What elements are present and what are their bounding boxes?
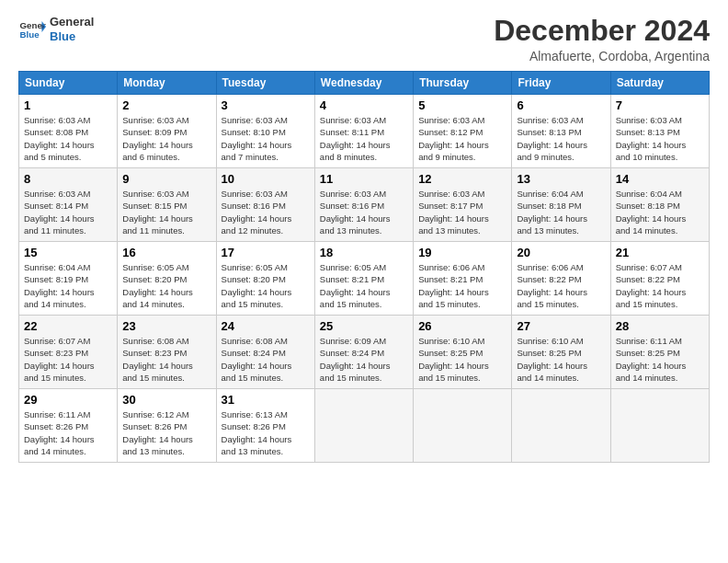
calendar-cell	[414, 389, 512, 463]
day-info: Sunrise: 6:03 AM Sunset: 8:11 PM Dayligh…	[320, 114, 408, 163]
calendar-cell: 6Sunrise: 6:03 AM Sunset: 8:13 PM Daylig…	[512, 95, 610, 168]
day-info: Sunrise: 6:04 AM Sunset: 8:18 PM Dayligh…	[616, 188, 704, 236]
day-number: 25	[320, 319, 408, 333]
calendar-cell: 20Sunrise: 6:06 AM Sunset: 8:22 PM Dayli…	[512, 242, 610, 316]
calendar-cell: 13Sunrise: 6:04 AM Sunset: 8:18 PM Dayli…	[512, 168, 610, 242]
calendar-week-row: 22Sunrise: 6:07 AM Sunset: 8:23 PM Dayli…	[19, 316, 710, 389]
day-number: 12	[418, 172, 506, 186]
calendar-table: SundayMondayTuesdayWednesdayThursdayFrid…	[18, 71, 710, 463]
calendar-cell: 27Sunrise: 6:10 AM Sunset: 8:25 PM Dayli…	[512, 316, 610, 389]
calendar-cell: 18Sunrise: 6:05 AM Sunset: 8:21 PM Dayli…	[314, 242, 413, 316]
day-number: 16	[122, 246, 210, 259]
day-info: Sunrise: 6:03 AM Sunset: 8:16 PM Dayligh…	[222, 188, 310, 236]
day-number: 7	[616, 98, 704, 112]
calendar-cell: 30Sunrise: 6:12 AM Sunset: 8:26 PM Dayli…	[118, 389, 216, 463]
day-number: 18	[320, 246, 408, 259]
calendar-cell: 22Sunrise: 6:07 AM Sunset: 8:23 PM Dayli…	[19, 316, 118, 389]
calendar-header-cell: Sunday	[19, 72, 118, 95]
day-number: 20	[517, 246, 605, 259]
page: General Blue General Blue December 2024 …	[0, 0, 728, 563]
day-info: Sunrise: 6:10 AM Sunset: 8:25 PM Dayligh…	[517, 335, 605, 384]
header: General Blue General Blue December 2024 …	[18, 15, 710, 63]
day-info: Sunrise: 6:10 AM Sunset: 8:25 PM Dayligh…	[418, 335, 506, 384]
calendar-header-cell: Tuesday	[216, 72, 314, 95]
day-info: Sunrise: 6:11 AM Sunset: 8:26 PM Dayligh…	[24, 408, 112, 457]
day-number: 23	[122, 319, 210, 333]
day-info: Sunrise: 6:03 AM Sunset: 8:09 PM Dayligh…	[122, 114, 210, 163]
day-info: Sunrise: 6:07 AM Sunset: 8:23 PM Dayligh…	[24, 335, 112, 384]
calendar-cell: 1Sunrise: 6:03 AM Sunset: 8:08 PM Daylig…	[19, 95, 118, 168]
day-number: 13	[517, 172, 605, 186]
day-number: 19	[418, 246, 506, 259]
month-title: December 2024	[494, 15, 710, 47]
calendar-week-row: 8Sunrise: 6:03 AM Sunset: 8:14 PM Daylig…	[19, 168, 710, 242]
calendar-header-cell: Saturday	[610, 72, 709, 95]
calendar-cell: 7Sunrise: 6:03 AM Sunset: 8:13 PM Daylig…	[610, 95, 709, 168]
day-info: Sunrise: 6:07 AM Sunset: 8:22 PM Dayligh…	[616, 261, 704, 310]
calendar-week-row: 15Sunrise: 6:04 AM Sunset: 8:19 PM Dayli…	[19, 242, 710, 316]
day-number: 22	[24, 319, 112, 333]
day-number: 15	[24, 246, 112, 259]
day-number: 2	[122, 98, 210, 112]
calendar-cell: 14Sunrise: 6:04 AM Sunset: 8:18 PM Dayli…	[610, 168, 709, 242]
day-number: 29	[24, 393, 112, 407]
day-info: Sunrise: 6:05 AM Sunset: 8:20 PM Dayligh…	[122, 261, 210, 310]
calendar-body: 1Sunrise: 6:03 AM Sunset: 8:08 PM Daylig…	[19, 95, 710, 463]
calendar-cell: 16Sunrise: 6:05 AM Sunset: 8:20 PM Dayli…	[118, 242, 216, 316]
day-info: Sunrise: 6:06 AM Sunset: 8:22 PM Dayligh…	[517, 261, 605, 310]
day-number: 14	[616, 172, 704, 186]
day-number: 6	[517, 98, 605, 112]
calendar-cell: 23Sunrise: 6:08 AM Sunset: 8:23 PM Dayli…	[118, 316, 216, 389]
logo-line2: Blue	[50, 29, 94, 44]
calendar-cell: 2Sunrise: 6:03 AM Sunset: 8:09 PM Daylig…	[118, 95, 216, 168]
calendar-cell: 15Sunrise: 6:04 AM Sunset: 8:19 PM Dayli…	[19, 242, 118, 316]
calendar-cell: 11Sunrise: 6:03 AM Sunset: 8:16 PM Dayli…	[314, 168, 413, 242]
location: Almafuerte, Cordoba, Argentina	[494, 49, 710, 63]
calendar-cell: 31Sunrise: 6:13 AM Sunset: 8:26 PM Dayli…	[216, 389, 314, 463]
calendar-cell: 8Sunrise: 6:03 AM Sunset: 8:14 PM Daylig…	[19, 168, 118, 242]
calendar-cell: 19Sunrise: 6:06 AM Sunset: 8:21 PM Dayli…	[414, 242, 512, 316]
calendar-cell: 25Sunrise: 6:09 AM Sunset: 8:24 PM Dayli…	[314, 316, 413, 389]
day-info: Sunrise: 6:04 AM Sunset: 8:18 PM Dayligh…	[517, 188, 605, 236]
calendar-cell: 26Sunrise: 6:10 AM Sunset: 8:25 PM Dayli…	[414, 316, 512, 389]
day-info: Sunrise: 6:03 AM Sunset: 8:15 PM Dayligh…	[122, 188, 210, 236]
day-info: Sunrise: 6:11 AM Sunset: 8:25 PM Dayligh…	[616, 335, 704, 384]
day-number: 21	[616, 246, 704, 259]
logo: General Blue General Blue	[18, 15, 94, 43]
day-info: Sunrise: 6:05 AM Sunset: 8:21 PM Dayligh…	[320, 261, 408, 310]
day-info: Sunrise: 6:03 AM Sunset: 8:13 PM Dayligh…	[616, 114, 704, 163]
day-info: Sunrise: 6:09 AM Sunset: 8:24 PM Dayligh…	[320, 335, 408, 384]
day-number: 31	[222, 393, 310, 407]
day-info: Sunrise: 6:06 AM Sunset: 8:21 PM Dayligh…	[418, 261, 506, 310]
day-info: Sunrise: 6:12 AM Sunset: 8:26 PM Dayligh…	[122, 408, 210, 457]
calendar-cell: 3Sunrise: 6:03 AM Sunset: 8:10 PM Daylig…	[216, 95, 314, 168]
day-info: Sunrise: 6:04 AM Sunset: 8:19 PM Dayligh…	[24, 261, 112, 310]
day-info: Sunrise: 6:03 AM Sunset: 8:10 PM Dayligh…	[222, 114, 310, 163]
calendar-cell	[610, 389, 709, 463]
day-number: 3	[222, 98, 310, 112]
day-info: Sunrise: 6:03 AM Sunset: 8:16 PM Dayligh…	[320, 188, 408, 236]
day-info: Sunrise: 6:03 AM Sunset: 8:13 PM Dayligh…	[517, 114, 605, 163]
day-info: Sunrise: 6:03 AM Sunset: 8:08 PM Dayligh…	[24, 114, 112, 163]
calendar-cell: 17Sunrise: 6:05 AM Sunset: 8:20 PM Dayli…	[216, 242, 314, 316]
calendar-cell: 24Sunrise: 6:08 AM Sunset: 8:24 PM Dayli…	[216, 316, 314, 389]
logo-line1: General	[50, 15, 94, 29]
day-info: Sunrise: 6:03 AM Sunset: 8:17 PM Dayligh…	[418, 188, 506, 236]
calendar-cell: 28Sunrise: 6:11 AM Sunset: 8:25 PM Dayli…	[610, 316, 709, 389]
calendar-cell: 29Sunrise: 6:11 AM Sunset: 8:26 PM Dayli…	[19, 389, 118, 463]
day-info: Sunrise: 6:05 AM Sunset: 8:20 PM Dayligh…	[222, 261, 310, 310]
title-block: December 2024 Almafuerte, Cordoba, Argen…	[494, 15, 710, 63]
day-number: 30	[122, 393, 210, 407]
day-number: 8	[24, 172, 112, 186]
day-number: 4	[320, 98, 408, 112]
day-number: 27	[517, 319, 605, 333]
day-info: Sunrise: 6:08 AM Sunset: 8:24 PM Dayligh…	[222, 335, 310, 384]
day-info: Sunrise: 6:13 AM Sunset: 8:26 PM Dayligh…	[222, 408, 310, 457]
calendar-week-row: 1Sunrise: 6:03 AM Sunset: 8:08 PM Daylig…	[19, 95, 710, 168]
day-number: 9	[122, 172, 210, 186]
day-number: 28	[616, 319, 704, 333]
calendar-header-cell: Friday	[512, 72, 610, 95]
day-number: 1	[24, 98, 112, 112]
day-info: Sunrise: 6:03 AM Sunset: 8:12 PM Dayligh…	[418, 114, 506, 163]
calendar-header-row: SundayMondayTuesdayWednesdayThursdayFrid…	[19, 72, 710, 95]
